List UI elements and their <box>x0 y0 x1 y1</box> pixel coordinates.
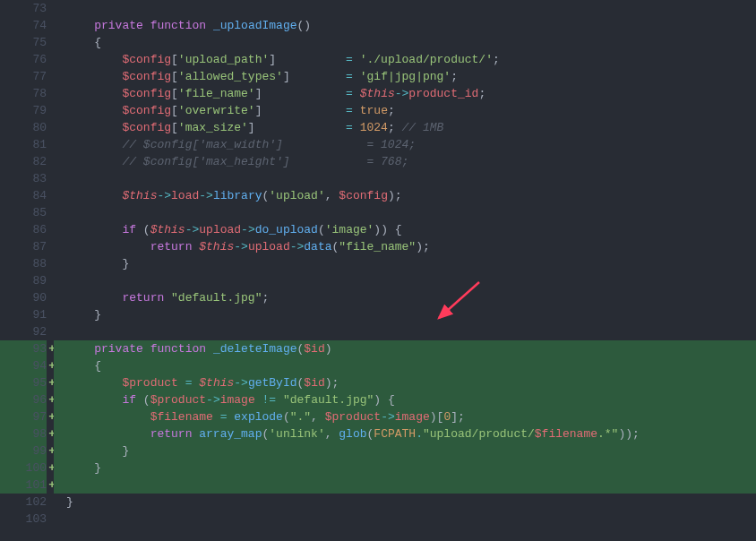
line-number: 76 <box>0 51 47 68</box>
code-line[interactable]: $config['upload_path'] = './upload/produ… <box>54 51 756 68</box>
code-line[interactable]: } <box>54 442 756 459</box>
code-line[interactable]: $filename = explode(".", $product->image… <box>54 408 756 425</box>
code-line[interactable]: } <box>54 255 756 272</box>
code-line[interactable]: return array_map('unlink', glob(FCPATH."… <box>54 425 756 442</box>
line-number: 101 <box>0 477 47 494</box>
code-line[interactable]: // $config['max_width'] = 1024; <box>54 136 756 153</box>
line-number: 86 <box>0 221 47 238</box>
line-number: 87 <box>0 238 47 255</box>
line-number: 88 <box>0 255 47 272</box>
line-number: 79 <box>0 102 47 119</box>
code-line[interactable]: { <box>54 357 756 374</box>
code-line[interactable]: $product = $this->getById($id); <box>54 374 756 391</box>
code-line[interactable]: { <box>54 34 756 51</box>
line-number: 98 <box>0 425 47 442</box>
line-number: 74 <box>0 17 47 34</box>
code-line[interactable]: return $this->upload->data("file_name"); <box>54 238 756 255</box>
line-number: 78 <box>0 85 47 102</box>
line-number: 99 <box>0 442 47 459</box>
code-line[interactable]: $config['max_size'] = 1024; // 1MB <box>54 119 756 136</box>
line-number: 84 <box>0 187 47 204</box>
line-number: 89 <box>0 272 47 289</box>
line-number: 85 <box>0 204 47 221</box>
line-number: 103 <box>0 511 47 528</box>
line-number: 102 <box>0 494 47 511</box>
code-line[interactable] <box>54 477 756 494</box>
line-number: 93 <box>0 340 47 357</box>
line-number: 75 <box>0 34 47 51</box>
code-line[interactable] <box>54 170 756 187</box>
line-number-gutter: 7374757677787980818283848586878889909192… <box>0 0 54 541</box>
code-line[interactable]: if ($this->upload->do_upload('image')) { <box>54 221 756 238</box>
line-number: 83 <box>0 170 47 187</box>
line-number: 94 <box>0 357 47 374</box>
code-line[interactable]: } <box>54 459 756 477</box>
code-line[interactable]: return "default.jpg"; <box>54 289 756 306</box>
code-line[interactable]: $config['file_name'] = $this->product_id… <box>54 85 756 102</box>
code-area[interactable]: private function _uploadImage() { $confi… <box>54 0 756 541</box>
code-line[interactable]: private function _uploadImage() <box>54 17 756 34</box>
line-number: 97 <box>0 408 47 425</box>
code-line[interactable]: $config['overwrite'] = true; <box>54 102 756 119</box>
line-number: 81 <box>0 136 47 153</box>
line-number: 100 <box>0 459 47 477</box>
line-number: 82 <box>0 153 47 170</box>
code-line[interactable] <box>54 204 756 221</box>
line-number: 91 <box>0 306 47 323</box>
line-number: 96 <box>0 391 47 408</box>
line-number: 95 <box>0 374 47 391</box>
line-number: 90 <box>0 289 47 306</box>
line-number: 77 <box>0 68 47 85</box>
line-number: 92 <box>0 323 47 340</box>
code-line[interactable]: } <box>54 494 756 511</box>
code-line[interactable] <box>54 0 756 17</box>
code-editor[interactable]: 7374757677787980818283848586878889909192… <box>0 0 756 541</box>
code-line[interactable] <box>54 511 756 528</box>
line-number: 73 <box>0 0 47 17</box>
code-line[interactable] <box>54 323 756 340</box>
code-line[interactable]: // $config['max_height'] = 768; <box>54 153 756 170</box>
code-line[interactable]: $config['allowed_types'] = 'gif|jpg|png'… <box>54 68 756 85</box>
code-line[interactable] <box>54 272 756 289</box>
code-line[interactable]: if ($product->image != "default.jpg") { <box>54 391 756 408</box>
code-line[interactable]: private function _deleteImage($id) <box>54 340 756 357</box>
code-line[interactable]: } <box>54 306 756 323</box>
line-number: 80 <box>0 119 47 136</box>
code-line[interactable]: $this->load->library('upload', $config); <box>54 187 756 204</box>
